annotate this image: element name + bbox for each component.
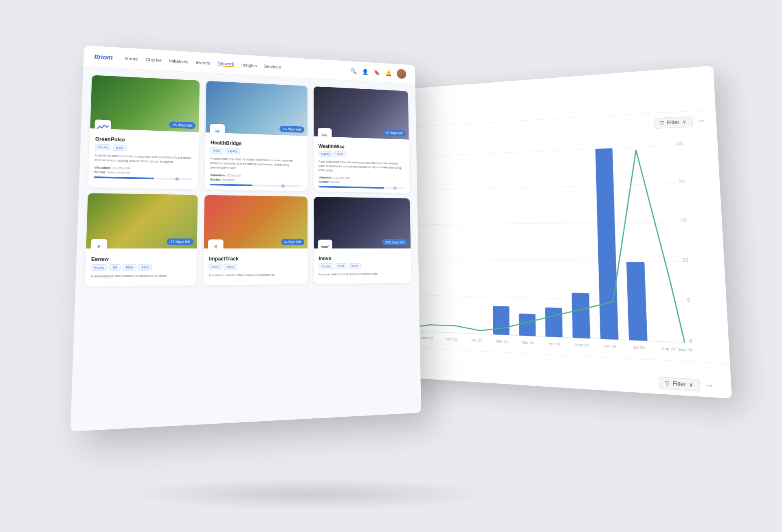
svg-text:Sep 24: Sep 24 <box>678 347 692 352</box>
svg-rect-17 <box>545 308 562 338</box>
filter-icon: ▽ <box>660 120 664 126</box>
deal-card-eenew: E 17 days left Eenew Equity ES ESG SDG A… <box>85 193 198 286</box>
deal-logo-inovo: inovo° <box>318 240 332 248</box>
deal-progress-fill-2 <box>210 184 252 186</box>
svg-text:Feb 24: Feb 24 <box>496 339 508 344</box>
svg-text:20: 20 <box>679 179 685 184</box>
nav-home[interactable]: Home <box>125 56 138 62</box>
svg-line-9 <box>376 183 677 191</box>
deal-name-eenew: Eenew <box>91 256 192 262</box>
filter-button[interactable]: ▽ Filter ∨ <box>654 116 693 129</box>
svg-rect-15 <box>493 306 510 335</box>
decorative-shadow <box>126 478 493 510</box>
more-button[interactable]: ··· <box>698 117 705 125</box>
deal-card-greenpulse: 25 days left GreenPulse Equity ESG A pla… <box>88 75 200 189</box>
svg-text:25: 25 <box>677 141 683 146</box>
bottom-more-button[interactable]: ··· <box>705 380 713 392</box>
deal-name-inovo: Inovo <box>319 255 406 261</box>
tag-esg-4: ESG <box>122 264 136 270</box>
content-area: 25 days left GreenPulse Equity ESG A pla… <box>75 66 419 295</box>
deal-body-impacttrack: ImpactTrack ESG SDG A software solution … <box>203 248 308 285</box>
deal-meta-healthbridge: Valuation: £250,000 Sector: Medtech <box>210 173 303 183</box>
days-badge-eenew: 17 days left <box>167 238 193 245</box>
chevron-icon-2: ∨ <box>689 381 694 388</box>
deal-tags-healthbridge: ESG Equity <box>211 147 303 156</box>
deal-card-healthbridge: HB 14 days left HealthBridge ESG Equity … <box>205 81 308 191</box>
scene: Unseen Deals 0 ▽ Filter ∨ ··· 25 20 15 1… <box>106 42 676 490</box>
deal-image-greenpulse: 25 days left <box>90 75 200 132</box>
avatar[interactable] <box>397 68 406 79</box>
nav-logo: Itriom <box>94 53 113 61</box>
nav-insights[interactable]: Insights <box>242 62 257 68</box>
filter-icon-2: ▽ <box>665 380 670 387</box>
svg-text:Dec 23: Dec 23 <box>446 337 457 342</box>
deal-body-wealthwise: WealthWise Equity ESG A personalized fin… <box>314 136 410 193</box>
svg-text:10: 10 <box>682 257 689 263</box>
days-badge-wealthwise: 90 days left <box>382 130 406 136</box>
bookmark-icon[interactable]: 🔖 <box>373 69 380 75</box>
deal-card-wealthwise: WW 90 days left WealthWise Equity ESG A … <box>314 86 410 193</box>
tag-es: ES <box>109 264 121 270</box>
tag-equity-2: Equity <box>225 148 240 154</box>
deals-grid-row2: E 17 days left Eenew Equity ES ESG SDG A… <box>85 193 411 286</box>
deal-image-inovo: inovo° 250 days left <box>314 197 411 248</box>
deal-desc-wealthwise: A personalized financial wellness tool t… <box>319 159 405 174</box>
deal-desc-healthbridge: A telehealth app that facilitates seamle… <box>210 156 303 172</box>
bottom-filter-button[interactable]: ▽ Filter ∨ <box>659 377 700 391</box>
deal-image-healthbridge: HB 14 days left <box>206 81 308 136</box>
svg-text:5: 5 <box>687 297 690 303</box>
deal-card-inovo: inovo° 250 days left Inovo Equity ESG SD… <box>314 197 411 284</box>
deals-grid-row1: 25 days left GreenPulse Equity ESG A pla… <box>88 75 410 193</box>
tag-equity-4: Equity <box>91 264 108 270</box>
deal-body-healthbridge: HealthBridge ESG Equity A telehealth app… <box>205 132 308 191</box>
nav-initiatives[interactable]: Initiatives <box>169 58 189 64</box>
deal-progress-healthbridge <box>210 184 302 187</box>
deal-body-greenpulse: GreenPulse Equity ESG A platform that co… <box>88 128 199 185</box>
nav-charter[interactable]: Charter <box>145 57 161 63</box>
deal-progress-greenpulse <box>94 176 193 180</box>
nav-services[interactable]: Services <box>264 64 281 69</box>
search-icon[interactable]: 🔍 <box>350 68 357 74</box>
deal-tags-eenew: Equity ES ESG SDG <box>91 264 191 270</box>
tag-esg-3: ESG <box>334 151 346 157</box>
svg-text:0: 0 <box>689 338 692 344</box>
deal-progress-marker <box>175 178 179 181</box>
deal-tags-impacttrack: ESG SDG <box>209 263 302 270</box>
tag-sdg-3: SDG <box>349 263 361 269</box>
deal-name-impacttrack: ImpactTrack <box>209 255 303 262</box>
deals-panel: Itriom Home Charter Initiatives Events N… <box>70 45 421 431</box>
svg-rect-19 <box>595 148 619 340</box>
deal-progress-marker-2 <box>281 184 285 187</box>
svg-rect-18 <box>572 293 590 339</box>
deal-logo-eenew: E <box>90 239 108 248</box>
deal-progress-marker-3 <box>394 187 397 190</box>
deal-desc-eenew: A marketplace that enables businesses to… <box>90 273 191 279</box>
deal-desc-impacttrack: A software solution that allows companie… <box>209 272 303 277</box>
tag-equity: Equity <box>95 144 111 150</box>
chevron-down-icon: ∨ <box>682 119 686 125</box>
svg-line-8 <box>376 145 676 158</box>
deal-progress-fill <box>94 176 154 179</box>
deal-tags-greenpulse: Equity ESG <box>95 144 194 153</box>
nav-items: Home Charter Initiatives Events Network … <box>125 55 281 70</box>
svg-text:Aug 24: Aug 24 <box>661 346 676 352</box>
deal-tags-inovo: Equity ESG SDG <box>319 263 406 269</box>
person-icon[interactable]: 👤 <box>362 68 369 75</box>
tag-esg-6: ESG <box>335 263 347 269</box>
deal-logo-impacttrack: 🔥 <box>208 239 224 248</box>
deal-progress-fill-3 <box>319 186 384 189</box>
svg-text:Apr 24: Apr 24 <box>549 341 561 346</box>
nav-network[interactable]: Network <box>217 61 234 67</box>
deal-name-healthbridge: HealthBridge <box>211 140 303 148</box>
svg-line-10 <box>375 222 679 225</box>
svg-text:May 24: May 24 <box>575 342 589 347</box>
tag-esg: ESG <box>113 145 127 151</box>
nav-events[interactable]: Events <box>196 60 210 65</box>
tag-sdg-2: SDG <box>224 264 237 270</box>
bell-icon[interactable]: 🔔 <box>385 70 392 76</box>
days-badge-inovo: 250 days left <box>382 239 408 245</box>
deal-body-eenew: Eenew Equity ES ESG SDG A marketplace th… <box>85 248 197 287</box>
deal-card-impacttrack: 🔥 4 days left ImpactTrack ESG SDG A soft… <box>203 195 308 285</box>
days-badge-healthbridge: 14 days left <box>279 125 304 133</box>
deal-body-inovo: Inovo Equity ESG SDG A social platform t… <box>314 248 411 284</box>
